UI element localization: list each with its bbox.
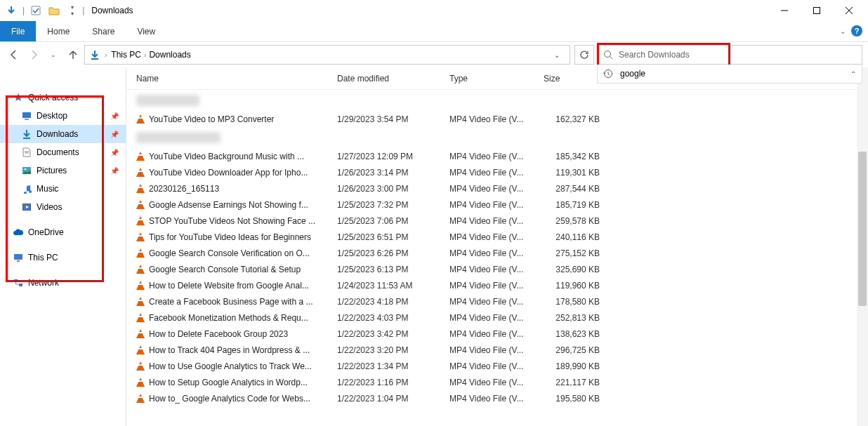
file-list[interactable]: YouTube Video to MP3 Converter1/29/2023 … [126,90,868,426]
search-suggestion-row[interactable]: google ⌃ [597,65,862,84]
vlc-cone-icon [136,248,145,258]
vlc-cone-icon [136,329,145,338]
group-header[interactable] [126,90,868,111]
file-row[interactable]: Tips for YouTube Video Ideas for Beginne… [126,229,868,245]
file-date: 1/26/2023 3:00 PM [337,184,449,194]
sidebar-item-documents[interactable]: Documents📌 [0,143,126,161]
vlc-cone-icon [136,394,145,403]
file-size: 119,960 KB [544,281,607,291]
file-row[interactable]: How to Delete Facebook Group 20231/22/20… [126,326,868,342]
file-row[interactable]: Google Adsense Earnings Not Showing f...… [126,197,868,213]
properties-icon[interactable] [27,2,44,19]
search-box[interactable] [597,45,862,65]
qat-dropdown-icon[interactable]: ▾▾ [64,2,81,19]
desktop-icon [21,111,32,121]
refresh-button[interactable] [574,45,594,65]
file-date: 1/25/2023 6:13 PM [337,265,449,274]
file-row[interactable]: How to Delete Website from Google Anal..… [126,277,868,293]
column-header-type[interactable]: Type [449,74,544,84]
recent-locations-button[interactable]: ⌄ [45,46,62,63]
svg-rect-2 [814,8,820,14]
file-row[interactable]: Facebook Monetization Methods & Requ...1… [126,309,868,326]
vlc-cone-icon [136,168,145,177]
maximize-button[interactable] [801,0,833,21]
documents-icon [21,147,32,157]
tab-share[interactable]: Share [81,21,126,41]
scrollbar-thumb[interactable] [858,152,867,306]
ribbon-collapse-icon[interactable]: ⌄ [840,27,846,35]
sidebar-network[interactable]: Network [0,274,126,292]
sidebar-item-label: Downloads [37,129,78,139]
file-row[interactable]: YouTube Video Downloader App for Ipho...… [126,164,868,180]
minimize-button[interactable] [768,0,801,21]
file-row[interactable]: 20230126_1651131/26/2023 3:00 PMMP4 Vide… [126,180,868,197]
pictures-icon [21,166,32,175]
column-header-name[interactable]: Name [136,74,337,84]
search-input[interactable] [619,50,856,60]
file-row[interactable]: YouTube Video to MP3 Converter1/29/2023 … [126,111,868,127]
sidebar-item-music[interactable]: Music [0,180,126,198]
file-row[interactable]: YouTube Video Background Music with ...1… [126,148,868,164]
sidebar-item-label: Videos [37,202,62,212]
file-size: 252,813 KB [544,313,607,323]
sidebar-item-desktop[interactable]: Desktop📌 [0,107,126,125]
file-row[interactable]: Google Search Console Tutorial & Setup1/… [126,261,868,277]
column-header-date[interactable]: Date modified [337,74,449,84]
help-icon[interactable]: ? [851,25,862,36]
file-size: 178,580 KB [544,297,607,307]
file-row[interactable]: How to Setup Google Analytics in Wordp..… [126,374,868,390]
chevron-right-icon[interactable]: › [105,51,107,59]
location-download-icon [89,49,100,60]
file-tab[interactable]: File [0,21,36,41]
pin-icon: 📌 [110,131,119,138]
up-button[interactable] [65,46,81,63]
file-type: MP4 Video File (V... [449,200,544,210]
file-name: Facebook Monetization Methods & Requ... [149,313,308,323]
forward-button[interactable] [25,46,42,63]
breadcrumb-downloads[interactable]: Downloads [149,50,190,60]
file-date: 1/29/2023 3:54 PM [337,114,449,124]
file-row[interactable]: How to Track 404 Pages in Wordpress & ..… [126,342,868,358]
file-date: 1/25/2023 6:26 PM [337,248,449,258]
file-type: MP4 Video File (V... [449,216,544,226]
file-size: 325,690 KB [544,265,607,274]
videos-icon [21,203,32,211]
file-row[interactable]: How to Use Google Analytics to Track We.… [126,358,868,374]
file-size: 185,342 KB [544,152,607,161]
file-row[interactable]: How to_ Google Analytics Code for Webs..… [126,390,868,406]
chevron-right-icon[interactable]: › [144,51,146,59]
download-arrow-icon[interactable] [3,2,20,19]
tab-home[interactable]: Home [36,21,81,41]
file-type: MP4 Video File (V... [449,394,544,404]
back-button[interactable] [6,46,22,63]
sidebar-onedrive[interactable]: OneDrive [0,223,126,241]
folder-icon[interactable] [46,2,63,19]
tab-view[interactable]: View [126,21,166,41]
vertical-scrollbar[interactable] [857,67,868,426]
history-icon [603,69,613,79]
music-icon [21,184,32,194]
address-dropdown-icon[interactable]: ⌄ [548,51,565,59]
file-row[interactable]: STOP YouTube Videos Not Showing Face ...… [126,213,868,229]
file-row[interactable]: Create a Facebook Business Page with a .… [126,293,868,309]
file-size: 189,990 KB [544,361,607,371]
monitor-icon [13,253,24,262]
sidebar-item-pictures[interactable]: Pictures📌 [0,161,126,180]
file-name: How to Track 404 Pages in Wordpress & ..… [149,345,310,355]
qat-divider: | [22,6,25,15]
quick-access-toolbar: | ▾▾ [3,2,81,19]
breadcrumb-thispc[interactable]: This PC [111,50,141,60]
sidebar-label: Quick access [28,93,78,102]
sidebar-thispc[interactable]: This PC [0,248,126,267]
file-size: 221,117 KB [544,378,607,387]
title-divider: | [82,6,84,15]
address-bar[interactable]: › This PC › Downloads ⌄ [84,45,570,65]
group-header[interactable] [126,127,868,148]
file-date: 1/25/2023 6:51 PM [337,232,449,242]
chevron-up-icon[interactable]: ⌃ [850,70,856,78]
close-button[interactable] [833,0,865,21]
file-row[interactable]: Google Search Console Verification on O.… [126,245,868,261]
sidebar-quick-access[interactable]: Quick access [0,88,126,107]
sidebar-item-videos[interactable]: Videos [0,198,126,216]
sidebar-item-downloads[interactable]: Downloads📌 [0,125,126,143]
